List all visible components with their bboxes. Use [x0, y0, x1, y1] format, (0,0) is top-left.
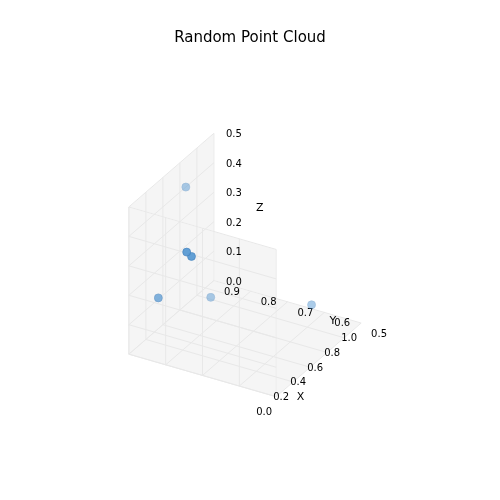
y-tick-label: 0.8: [261, 296, 277, 307]
scatter-point: [154, 294, 162, 302]
z-tick-label: 0.4: [226, 158, 242, 169]
x-tick-label: 0.0: [256, 406, 272, 417]
scatter-point: [182, 183, 190, 191]
scatter-point: [183, 248, 191, 256]
z-tick-label: 0.3: [226, 187, 242, 198]
x-tick-label: 0.8: [324, 347, 340, 358]
x-tick-label: 0.6: [307, 362, 323, 373]
x-axis-label: X: [297, 390, 305, 403]
y-tick-label: 0.6: [334, 317, 350, 328]
z-axis-label: Z: [256, 201, 264, 214]
x-tick-label: 1.0: [341, 332, 357, 343]
scatter-point: [207, 293, 215, 301]
z-tick-label: 0.2: [226, 217, 242, 228]
z-tick-label: 0.0: [226, 276, 242, 287]
x-tick-label: 0.2: [273, 391, 289, 402]
y-tick-label: 0.9: [224, 286, 240, 297]
z-tick-label: 0.1: [226, 246, 242, 257]
chart-3d-scene: 0.00.20.40.60.81.00.50.60.70.80.90.00.10…: [0, 0, 500, 500]
y-axis-label: Y: [329, 314, 337, 327]
z-tick-label: 0.5: [226, 128, 242, 139]
y-tick-label: 0.5: [371, 328, 387, 339]
scatter-point: [308, 301, 316, 309]
x-tick-label: 0.4: [290, 376, 306, 387]
